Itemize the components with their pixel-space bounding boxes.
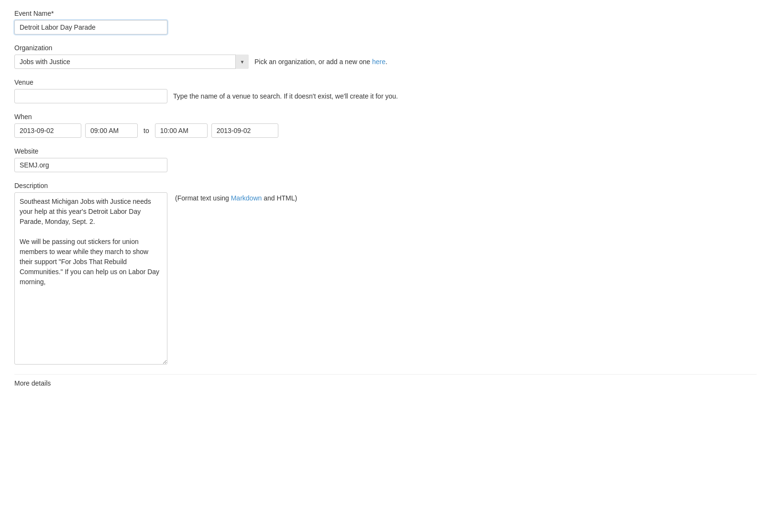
end-time-input[interactable] <box>155 123 208 138</box>
website-input[interactable] <box>14 158 167 172</box>
start-time-input[interactable] <box>85 123 138 138</box>
event-name-label: Event Name* <box>14 10 757 17</box>
website-group: Website <box>14 147 757 172</box>
venue-hint: Type the name of a venue to search. If i… <box>173 92 398 100</box>
description-group: Description (Format text using Markdown … <box>14 182 757 365</box>
organization-hint-link[interactable]: here <box>372 58 386 66</box>
description-hint-suffix: and HTML) <box>262 194 297 202</box>
venue-label: Venue <box>14 78 757 86</box>
description-label: Description <box>14 182 757 189</box>
markdown-link[interactable]: Markdown <box>231 194 262 202</box>
description-textarea[interactable] <box>14 192 167 365</box>
event-name-input[interactable] <box>14 20 167 34</box>
more-details-label: More details <box>14 374 757 387</box>
when-group: When to <box>14 113 757 138</box>
organization-label: Organization <box>14 44 757 52</box>
description-hint-prefix: (Format text using <box>175 194 231 202</box>
website-label: Website <box>14 147 757 155</box>
organization-row: Jobs with Justice Pick an organization, … <box>14 55 757 69</box>
description-hint: (Format text using Markdown and HTML) <box>175 192 297 202</box>
to-label: to <box>143 127 149 134</box>
when-row: to <box>14 123 757 138</box>
end-date-input[interactable] <box>211 123 278 138</box>
venue-group: Venue Type the name of a venue to search… <box>14 78 757 103</box>
organization-group: Organization Jobs with Justice Pick an o… <box>14 44 757 69</box>
event-name-group: Event Name* <box>14 10 757 34</box>
venue-input[interactable] <box>14 89 167 103</box>
venue-row: Type the name of a venue to search. If i… <box>14 89 757 103</box>
organization-hint: Pick an organization, or add a new one h… <box>254 58 387 66</box>
organization-select[interactable]: Jobs with Justice <box>14 55 249 69</box>
organization-select-wrapper: Jobs with Justice <box>14 55 249 69</box>
when-label: When <box>14 113 757 121</box>
organization-hint-text: Pick an organization, or add a new one <box>254 58 372 66</box>
start-date-input[interactable] <box>14 123 81 138</box>
description-row: (Format text using Markdown and HTML) <box>14 192 757 365</box>
